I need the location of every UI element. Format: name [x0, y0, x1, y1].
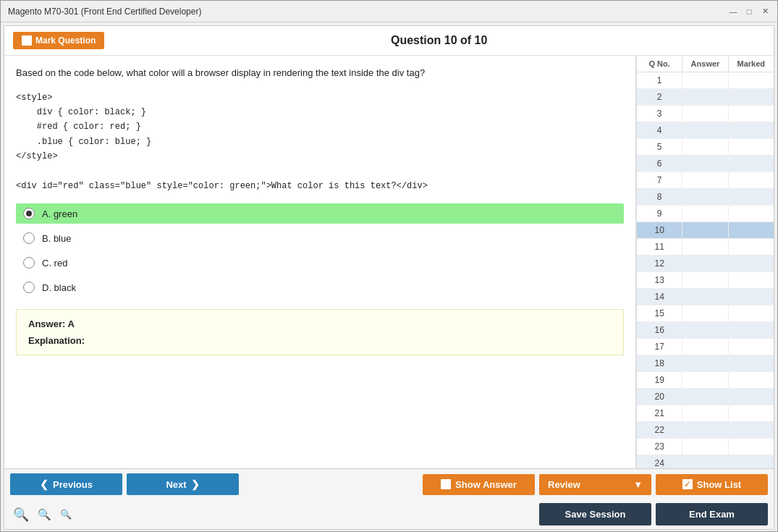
table-row[interactable]: 10: [637, 222, 774, 239]
show-answer-button[interactable]: Show Answer: [423, 474, 535, 495]
next-button[interactable]: Next ❯: [127, 473, 239, 495]
show-answer-checkbox-icon: [441, 479, 451, 489]
table-row[interactable]: 17: [637, 339, 774, 355]
table-row[interactable]: 24: [637, 455, 774, 468]
q-answer-cell: [682, 439, 728, 455]
q-number-cell: 17: [637, 339, 682, 355]
q-answer-cell: [682, 106, 728, 122]
q-number-cell: 4: [637, 122, 682, 138]
sidebar-rows: 1234567891011121314151617181920212223242…: [637, 72, 774, 468]
answer-box: Answer: A Explanation:: [16, 309, 624, 355]
q-answer-cell: [682, 389, 728, 405]
minimize-button[interactable]: —: [728, 7, 738, 17]
q-answer-cell: [682, 405, 728, 421]
table-row[interactable]: 9: [637, 206, 774, 222]
q-number-cell: 10: [637, 222, 682, 238]
window-title: Magento M70-301 (Front End Certified Dev…: [8, 7, 201, 17]
table-row[interactable]: 14: [637, 289, 774, 305]
table-row[interactable]: 22: [637, 422, 774, 439]
close-button[interactable]: ✕: [760, 7, 770, 17]
zoom-reset-button[interactable]: 🔍: [35, 507, 54, 523]
q-number-cell: 24: [637, 455, 682, 468]
table-row[interactable]: 12: [637, 256, 774, 272]
table-row[interactable]: 13: [637, 272, 774, 289]
q-answer-cell: [682, 89, 728, 105]
zoom-out-button[interactable]: 🔍: [57, 507, 75, 521]
question-list-sidebar: Q No. Answer Marked 12345678910111213141…: [636, 56, 774, 468]
option-radio-b: [23, 232, 35, 244]
prev-arrow-icon: ❮: [40, 478, 48, 490]
table-row[interactable]: 7: [637, 172, 774, 189]
end-exam-button[interactable]: End Exam: [656, 503, 768, 525]
q-number-cell: 12: [637, 256, 682, 271]
q-number-cell: 8: [637, 189, 682, 205]
table-row[interactable]: 1: [637, 72, 774, 89]
q-marked-cell: [729, 122, 774, 138]
table-row[interactable]: 6: [637, 156, 774, 172]
q-number-cell: 13: [637, 272, 682, 288]
table-row[interactable]: 11: [637, 239, 774, 256]
review-button[interactable]: Review ▼: [539, 474, 651, 495]
table-row[interactable]: 5: [637, 139, 774, 156]
q-marked-cell: [729, 389, 774, 405]
option-item-a[interactable]: A. green: [16, 203, 624, 224]
q-number-cell: 5: [637, 139, 682, 155]
mark-question-button[interactable]: Mark Question: [13, 32, 104, 49]
q-answer-cell: [682, 222, 728, 238]
q-answer-cell: [682, 322, 728, 338]
table-row[interactable]: 18: [637, 355, 774, 372]
q-answer-cell: [682, 72, 728, 88]
previous-button[interactable]: ❮ Previous: [10, 473, 122, 495]
option-item-d[interactable]: D. black: [16, 277, 624, 297]
table-row[interactable]: 15: [637, 305, 774, 322]
q-marked-cell: [729, 222, 774, 238]
checkbox-icon: [22, 35, 32, 46]
explanation-line: Explanation:: [28, 335, 612, 346]
q-marked-cell: [729, 89, 774, 105]
q-answer-cell: [682, 172, 728, 188]
zoom-in-button[interactable]: 🔍: [10, 505, 32, 524]
q-number-cell: 6: [637, 156, 682, 172]
q-number-cell: 14: [637, 289, 682, 305]
answer-line: Answer: A: [28, 318, 612, 329]
q-marked-cell: [729, 239, 774, 255]
show-list-button[interactable]: ✓ Show List: [656, 474, 768, 495]
option-item-c[interactable]: C. red: [16, 253, 624, 273]
show-list-label: Show List: [697, 479, 741, 490]
table-row[interactable]: 23: [637, 439, 774, 455]
option-label-a: A. green: [42, 208, 77, 219]
table-row[interactable]: 16: [637, 322, 774, 339]
save-session-button[interactable]: Save Session: [539, 503, 651, 525]
q-answer-cell: [682, 206, 728, 221]
q-marked-cell: [729, 172, 774, 188]
q-number-cell: 20: [637, 389, 682, 405]
q-answer-cell: [682, 189, 728, 205]
q-answer-cell: [682, 305, 728, 321]
table-row[interactable]: 3: [637, 106, 774, 122]
options-list: A. greenB. blueC. redD. black: [16, 203, 624, 297]
answer-header: Answer: [682, 56, 728, 72]
q-marked-cell: [729, 322, 774, 338]
option-item-b[interactable]: B. blue: [16, 228, 624, 248]
table-row[interactable]: 19: [637, 372, 774, 389]
table-row[interactable]: 20: [637, 389, 774, 405]
q-marked-cell: [729, 139, 774, 155]
maximize-button[interactable]: □: [744, 7, 754, 17]
q-number-cell: 11: [637, 239, 682, 255]
next-label: Next: [166, 479, 186, 490]
q-answer-cell: [682, 339, 728, 355]
q-marked-cell: [729, 422, 774, 438]
q-marked-cell: [729, 289, 774, 305]
q-answer-cell: [682, 355, 728, 371]
option-radio-c: [23, 257, 35, 269]
next-arrow-icon: ❯: [191, 478, 200, 490]
q-answer-cell: [682, 139, 728, 155]
table-row[interactable]: 4: [637, 122, 774, 139]
q-answer-cell: [682, 239, 728, 255]
q-answer-cell: [682, 156, 728, 172]
q-number-cell: 21: [637, 405, 682, 421]
table-row[interactable]: 2: [637, 89, 774, 106]
table-row[interactable]: 21: [637, 405, 774, 422]
marked-header: Marked: [729, 56, 774, 72]
table-row[interactable]: 8: [637, 189, 774, 206]
